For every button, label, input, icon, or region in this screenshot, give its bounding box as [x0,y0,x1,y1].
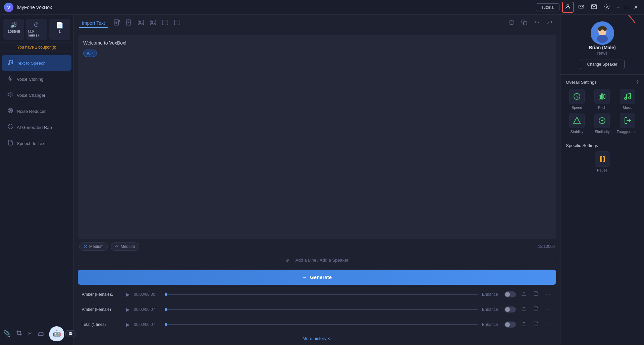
setting-speed[interactable]: Speed [566,89,588,110]
speaker-name: Brian (Male) [589,45,615,50]
enhance-toggle-1[interactable] [504,306,516,313]
help-icon[interactable]: ? [636,79,639,85]
import-text-button[interactable]: Import Text [79,19,108,28]
more-icon-1[interactable]: ⋯ [544,306,552,314]
setting-music[interactable]: Music [616,89,639,110]
track-bar-0[interactable] [165,294,478,295]
chatbot-widget[interactable]: 🤖 💬 [49,326,75,341]
editor-wrapper[interactable]: Welcome to VoxBox! AI › [78,35,556,239]
speed-label: Medium [89,244,104,249]
stat-characters-value: 106546 [8,29,20,33]
music-icon-box [620,89,635,104]
save-icon-1[interactable] [532,305,540,314]
redo-button[interactable] [545,18,555,28]
audio-tracks: Amber (Female)1 ▶ 00:00/00:00 Enhance [74,287,560,332]
attachment-icon[interactable]: 📎 [3,330,11,337]
stat-characters[interactable]: 🔊 106546 [3,19,24,40]
content-area: Import Text [74,15,560,345]
track-name-1: Amber (Female) [82,307,122,312]
profile-icon-button[interactable] [562,2,574,13]
voice-cloning-icon [7,75,13,83]
play-button-1[interactable]: ▶ [126,307,130,312]
setting-pause[interactable]: Pause [566,151,639,172]
duplicate-button[interactable] [519,18,529,28]
sidebar-item-noise-reducer[interactable]: Noise Reducer [2,104,71,119]
maximize-button[interactable]: □ [623,3,630,11]
png-import-button[interactable] [148,18,159,29]
generate-button[interactable]: → Generate [78,270,556,285]
settings-icon-button[interactable] [602,2,612,12]
setting-pitch[interactable]: Pitch [591,89,613,110]
more-icon-2[interactable]: ⋯ [544,321,552,329]
sidebar-item-ai-generated-rap[interactable]: AI Generated Rap [2,120,71,135]
title-bar: V iMyFone VoxBox Tutorial − □ ✕ [0,0,644,15]
more-history-button[interactable]: More history>> [74,332,560,345]
minutes-icon: ⏱ [34,21,40,28]
add-line-button[interactable]: ⊕ + Add a Line / Add a Speaker [78,254,556,266]
pause-label: Pause [597,168,607,172]
archive-icon[interactable]: 🗃 [38,330,44,337]
svg-point-39 [600,29,604,33]
app-logo: V [4,3,13,12]
enhance-toggle-0[interactable] [504,291,516,297]
more-icon-0[interactable]: ⋯ [544,291,552,298]
minimize-button[interactable]: − [614,3,622,11]
setting-similarity[interactable]: Similarity [591,113,613,134]
play-button-0[interactable]: ▶ [126,292,130,297]
undo-button[interactable] [532,18,542,28]
sidebar-label-speech-to-text: Speech to Text [17,141,46,146]
music-label: Music [623,106,633,110]
save-icon-0[interactable] [532,290,540,298]
voice-changer-icon [7,91,13,99]
sidebar-item-voice-cloning[interactable]: Voice Cloning [2,71,71,87]
track-bar-2[interactable] [165,324,478,325]
editor-controls: Medium Medium [79,243,139,251]
sidebar-item-speech-to-text[interactable]: Speech to Text [2,136,71,151]
speed-control-button[interactable]: Medium [79,243,108,251]
play-button-2[interactable]: ▶ [126,322,130,327]
speaker-avatar [591,21,614,45]
upload-icon-2[interactable] [520,321,528,329]
profile-section: Brian (Male) News Change Speaker [560,15,644,75]
bmp-import-button[interactable] [160,18,171,29]
jpg-import-button[interactable] [136,18,147,29]
stat-files[interactable]: 📄 1 [49,19,70,40]
setting-exaggeration[interactable]: Exaggeration [616,113,639,134]
track-bar-1[interactable] [165,309,478,310]
tutorial-button[interactable]: Tutorial [536,3,559,11]
app-title: iMyFone VoxBox [17,5,52,10]
shuffle-icon[interactable]: ✂ [28,330,33,337]
delete-button[interactable] [506,18,517,28]
tif-import-button[interactable] [172,18,183,29]
coupon-bar: You have 1 coupon(s) [0,43,73,52]
doc-import-button[interactable] [112,18,122,29]
sidebar-item-text-to-speech[interactable]: Text to Speech [2,55,71,71]
track-time-0: 00:00/00:00 [134,292,161,297]
sidebar: 🔊 106546 ⏱ 116 min(s) 📄 1 You have 1 cou… [0,15,74,345]
window-controls: − □ ✕ [614,3,640,11]
add-line-label: + Add a Line / Add a Speaker [292,258,348,263]
svg-point-5 [583,7,583,7]
mail-icon-button[interactable] [589,2,599,12]
upload-icon-1[interactable] [520,305,528,314]
ai-badge[interactable]: AI › [83,50,97,57]
setting-stability[interactable]: Stability [566,113,588,134]
pdf-import-button[interactable] [124,18,135,29]
stat-minutes[interactable]: ⏱ 116 min(s) [26,19,47,40]
svg-rect-42 [601,94,603,99]
change-speaker-button[interactable]: Change Speaker [580,60,624,69]
crop-icon[interactable] [16,330,22,338]
pitch-icon-box [594,89,610,104]
gamepad-icon-button[interactable] [576,2,586,12]
settings-grid: Speed Pitch [566,89,639,134]
sidebar-item-voice-changer[interactable]: Voice Changer [2,87,71,103]
title-right: Tutorial − □ ✕ [536,2,640,13]
save-icon-2[interactable] [532,321,540,329]
exaggeration-label: Exaggeration [617,130,639,134]
pitch-control-button[interactable]: Medium [111,243,140,251]
svg-point-37 [597,35,608,43]
enhance-toggle-2[interactable] [504,322,516,328]
upload-icon-0[interactable] [520,290,528,298]
generate-arrow-icon: → [302,274,307,280]
close-button[interactable]: ✕ [632,3,640,11]
